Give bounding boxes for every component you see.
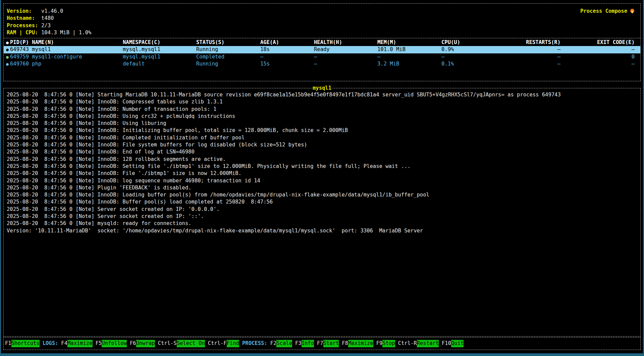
ram-cpu-label: RAM | CPU:: [7, 29, 41, 36]
log-line: 2025-08-20 8:47:56 0 [Note] InnoDB: Buff…: [7, 198, 637, 206]
shortcut-f2-scale[interactable]: F2Scale: [270, 340, 292, 347]
shortcut-action: Info: [302, 340, 314, 347]
shortcut-f1-shortcuts[interactable]: F1Shortcuts: [5, 340, 40, 347]
shortcut-f5-unfollow[interactable]: F5Unfollow: [96, 340, 127, 347]
logs-section-label: LOGS:: [43, 340, 58, 347]
log-line: 2025-08-20 8:47:56 0 [Note] InnoDB: Init…: [7, 127, 637, 134]
shortcut-key: F3: [295, 340, 302, 347]
cell-health: –: [314, 53, 377, 60]
shortcut-ctrl-s-select-on[interactable]: Ctrl-SSelect On: [158, 340, 205, 347]
shortcut-ctrl-r-restart[interactable]: Ctrl-RRestart: [398, 340, 439, 347]
cell-pid-name: 649759 mysql1-configure: [10, 53, 123, 60]
log-line: 2025-08-20 8:47:56 0 [Note] Plugin 'FEED…: [7, 184, 637, 191]
process-row-php[interactable]: ● 649760 php default Running 15s – 3.2 M…: [4, 60, 640, 68]
shortcut-key: F8: [342, 340, 348, 347]
shortcut-action: Shortcuts: [11, 340, 40, 347]
process-row-mysql1-configure[interactable]: ● 649759 mysql1-configure mysql.mysql1 C…: [4, 53, 640, 60]
shortcut-action: Find: [227, 340, 239, 347]
status-dot-icon: ●: [6, 53, 10, 60]
log-line: 2025-08-20 8:47:56 0 [Note] InnoDB: File…: [7, 170, 637, 177]
log-line: 2025-08-20 8:47:56 0 [Note] mysqld: read…: [7, 220, 637, 227]
log-line: 2025-08-20 8:47:56 0 [Note] InnoDB: 128 …: [7, 156, 637, 163]
flame-icon: [630, 8, 635, 14]
hostname-label: Hostname:: [7, 15, 41, 22]
version-label: Version:: [7, 8, 41, 15]
log-line: 2025-08-20 8:47:56 0 [Note] InnoDB: Comp…: [7, 98, 637, 105]
shortcut-action: Stop: [382, 340, 395, 347]
cell-age: –: [260, 53, 314, 60]
system-info: Version: v1.46.0 Hostname: t480 Processe…: [7, 8, 91, 36]
cell-namespace: mysql.mysql1: [123, 46, 196, 53]
processes-value: 2/3: [41, 22, 51, 29]
cell-age: 15s: [260, 60, 314, 68]
process-compose-top-box: Version: v1.46.0 Hostname: t480 Processe…: [3, 3, 641, 81]
log-line: 2025-08-20 8:47:56 0 [Note] InnoDB: Comp…: [7, 134, 637, 141]
shortcut-bar: F1Shortcuts LOGS: F4Maximize F5Unfollow …: [3, 337, 641, 350]
cell-health: Ready: [314, 46, 377, 53]
shortcut-key: Ctrl-F: [208, 340, 227, 347]
shortcut-key: F5: [96, 340, 102, 347]
app-title-text: Process Compose: [580, 8, 627, 15]
header-status-dot-icon: ●: [6, 39, 10, 46]
cell-namespace: mysql.mysql1: [123, 53, 196, 60]
shortcut-action: Unwrap: [136, 340, 155, 347]
shortcut-action: Start: [323, 340, 339, 347]
process-section-label: PROCESS:: [242, 340, 267, 347]
cell-restarts: –: [486, 53, 560, 60]
col-cpu: CPU(U): [441, 39, 486, 46]
shortcut-f9-stop[interactable]: F9Stop: [376, 340, 395, 347]
version-line: Version: v1.46.0: [7, 8, 91, 15]
cell-cpu: 0.9%: [441, 46, 486, 53]
terminal-screen: Version: v1.46.0 Hostname: t480 Processe…: [0, 0, 644, 356]
process-table-header-row: ● PID(P) NAME(N) NAMESPACE(C) STATUS(S) …: [4, 39, 640, 46]
log-line: 2025-08-20 8:47:56 0 [Note] InnoDB: Load…: [7, 191, 637, 198]
cell-exit-code: –: [560, 60, 635, 68]
col-mem: MEM(M): [377, 39, 441, 46]
cell-cpu: 0.1%: [441, 60, 486, 68]
cell-mem: –: [377, 53, 441, 60]
shortcut-f3-info[interactable]: F3Info: [295, 340, 314, 347]
shortcut-ctrl-f-find[interactable]: Ctrl-FFind: [208, 340, 239, 347]
shortcut-action: Scale: [276, 340, 292, 347]
shortcut-f4-maximize[interactable]: F4Maximize: [61, 340, 92, 347]
shortcut-key: F9: [376, 340, 383, 347]
shortcut-f10-quit[interactable]: F10Quit: [442, 340, 464, 347]
shortcut-f7-start[interactable]: F7Start: [317, 340, 339, 347]
shortcut-key: F2: [270, 340, 277, 347]
shortcut-f6-unwrap[interactable]: F6Unwrap: [130, 340, 155, 347]
log-line: 2025-08-20 8:47:56 0 [Note] Server socke…: [7, 213, 637, 220]
col-restarts: RESTARTS(R): [486, 39, 560, 46]
shortcut-action: Quit: [451, 340, 464, 347]
cell-status: Completed: [196, 53, 260, 60]
cell-age: 18s: [260, 46, 314, 53]
shortcut-key: F4: [61, 340, 67, 347]
log-line: 2025-08-20 8:47:56 0 [Note] InnoDB: log …: [7, 177, 637, 184]
log-line: 2025-08-20 8:47:56 0 [Note] InnoDB: Numb…: [7, 106, 637, 113]
cell-restarts: –: [486, 46, 560, 53]
shortcut-f8-maximize[interactable]: F8Maximize: [342, 340, 373, 347]
shortcut-action: Maximize: [67, 340, 93, 347]
shortcut-action: Restart: [417, 340, 439, 347]
cell-exit-code: –: [560, 46, 635, 53]
process-row-mysql1[interactable]: ● 649743 mysql1 mysql.mysql1 Running 18s…: [4, 46, 640, 53]
cell-mem: 101.0 MiB: [377, 46, 441, 53]
log-panel[interactable]: mysql1 2025-08-20 8:47:56 0 [Note] Start…: [3, 88, 641, 337]
col-namespace: NAMESPACE(C): [123, 39, 196, 46]
shortcut-action: Unfollow: [102, 340, 127, 347]
shortcut-key: F1: [5, 340, 11, 347]
hostname-value: t480: [41, 15, 54, 22]
col-pid-name: PID(P) NAME(N): [10, 39, 123, 46]
log-line: 2025-08-20 8:47:56 0 [Note] InnoDB: End …: [7, 148, 637, 155]
cell-mem: 3.2 MiB: [377, 60, 441, 68]
processes-line: Processes: 2/3: [7, 22, 91, 29]
log-line: 2025-08-20 8:47:56 0 [Note] Server socke…: [7, 206, 637, 213]
shortcut-key: F6: [130, 340, 136, 347]
col-health: HEALTH(H): [314, 39, 377, 46]
status-dot-icon: ●: [6, 60, 10, 68]
ram-cpu-line: RAM | CPU: 104.3 MiB | 1.0%: [7, 29, 91, 36]
log-panel-title: mysql1: [312, 85, 332, 92]
col-age: AGE(A): [260, 39, 314, 46]
cell-pid-name: 649760 php: [10, 60, 123, 68]
cell-exit-code: 0: [560, 53, 635, 60]
log-line: 2025-08-20 8:47:56 0 [Note] InnoDB: File…: [7, 141, 637, 148]
